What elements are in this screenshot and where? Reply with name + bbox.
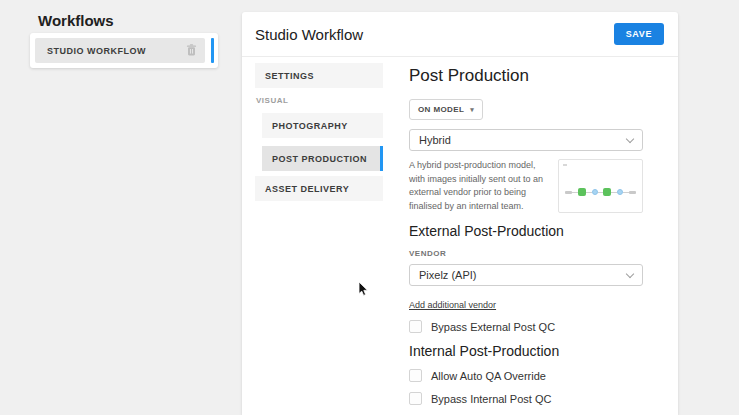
nav-item-settings[interactable]: SETTINGS (255, 63, 383, 88)
diagram-end-node (629, 191, 636, 194)
nav-item-post-production[interactable]: POST PRODUCTION (262, 146, 383, 171)
selected-indicator-bar (211, 38, 214, 63)
chevron-down-icon (626, 269, 634, 277)
vendor-select-value: Pixelz (API) (419, 269, 476, 281)
nav-item-photography[interactable]: PHOTOGRAPHY (262, 113, 383, 138)
bypass-internal-post-qc-checkbox[interactable]: Bypass Internal Post QC (409, 392, 643, 405)
add-additional-vendor-link[interactable]: Add additional vendor (409, 300, 496, 310)
checkbox-icon[interactable] (409, 320, 422, 333)
diagram-start-node (565, 191, 572, 194)
model-select-value: Hybrid (419, 134, 451, 146)
workflow-item-label: STUDIO WORKFLOW (47, 46, 146, 56)
trash-icon[interactable] (186, 42, 197, 60)
chevron-down-icon (626, 134, 634, 142)
page-title: Studio Workflow (255, 26, 363, 43)
on-model-label: ON MODEL (418, 105, 464, 114)
sidebar-title: Workflows (38, 12, 114, 29)
nav-item-asset-delivery[interactable]: ASSET DELIVERY (255, 176, 383, 201)
workflow-step-nav: SETTINGS VISUAL PHOTOGRAPHY POST PRODUCT… (255, 63, 383, 415)
caret-down-icon: ▾ (470, 106, 474, 113)
diagram-flow (565, 188, 636, 196)
bypass-external-post-qc-checkbox[interactable]: Bypass External Post QC (409, 320, 643, 333)
nav-group-label-visual: VISUAL (256, 96, 383, 105)
workflow-diagram-thumbnail (558, 159, 643, 213)
model-description: A hybrid post-production model, with ima… (409, 159, 549, 213)
diagram-step-node-green (578, 188, 586, 196)
post-production-model-select[interactable]: Hybrid (409, 129, 643, 151)
vendor-select[interactable]: Pixelz (API) (409, 264, 643, 286)
workflow-card[interactable]: STUDIO WORKFLOW (30, 33, 218, 68)
diagram-corner-mark (563, 164, 567, 166)
save-button[interactable]: SAVE (614, 23, 664, 45)
studio-workflow-panel: Studio Workflow SAVE SETTINGS VISUAL PHO… (242, 12, 678, 415)
allow-auto-qa-override-checkbox[interactable]: Allow Auto QA Override (409, 369, 643, 382)
workflows-sidebar: Workflows STUDIO WORKFLOW (0, 0, 240, 415)
panel-header: Studio Workflow SAVE (242, 12, 678, 57)
external-post-production-heading: External Post-Production (409, 223, 643, 239)
checkbox-icon[interactable] (409, 392, 422, 405)
diagram-step-node-green (603, 188, 611, 196)
vendor-label: VENDOR (409, 249, 643, 258)
checkbox-icon[interactable] (409, 369, 422, 382)
sidebar-item-studio-workflow[interactable]: STUDIO WORKFLOW (35, 38, 205, 63)
post-production-settings: Post Production ON MODEL ▾ Hybrid A hybr… (409, 63, 643, 415)
section-heading: Post Production (409, 66, 643, 86)
internal-post-production-heading: Internal Post-Production (409, 343, 643, 359)
on-model-dropdown-button[interactable]: ON MODEL ▾ (409, 99, 483, 120)
